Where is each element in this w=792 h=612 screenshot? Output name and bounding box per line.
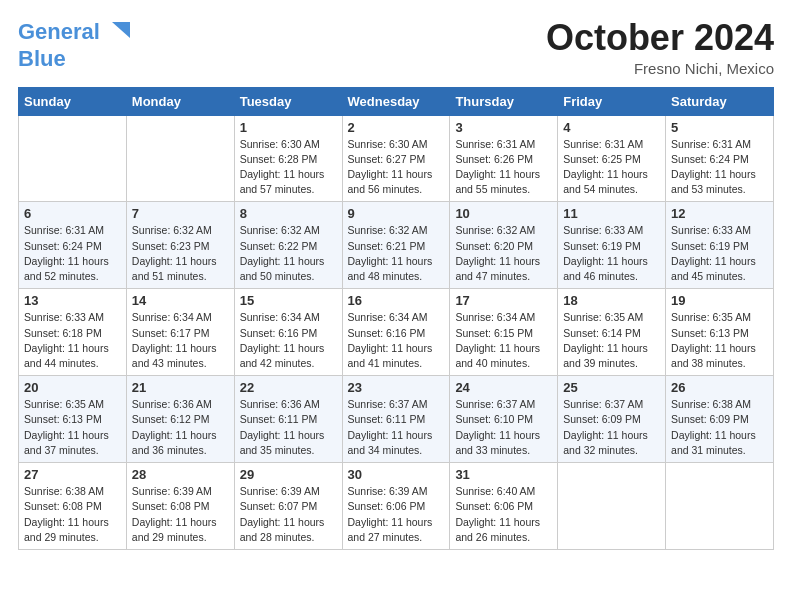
- calendar-cell: 23Sunrise: 6:37 AMSunset: 6:11 PMDayligh…: [342, 376, 450, 463]
- calendar-cell: [666, 463, 774, 550]
- location: Fresno Nichi, Mexico: [546, 60, 774, 77]
- day-info: Sunrise: 6:32 AMSunset: 6:22 PMDaylight:…: [240, 223, 337, 284]
- weekday-header-cell: Saturday: [666, 87, 774, 115]
- day-info: Sunrise: 6:39 AMSunset: 6:07 PMDaylight:…: [240, 484, 337, 545]
- day-info: Sunrise: 6:31 AMSunset: 6:25 PMDaylight:…: [563, 137, 660, 198]
- day-number: 20: [24, 380, 121, 395]
- weekday-header-cell: Monday: [126, 87, 234, 115]
- day-number: 16: [348, 293, 445, 308]
- day-number: 29: [240, 467, 337, 482]
- weekday-header-cell: Tuesday: [234, 87, 342, 115]
- day-number: 22: [240, 380, 337, 395]
- header: General Blue October 2024 Fresno Nichi, …: [18, 18, 774, 77]
- day-info: Sunrise: 6:30 AMSunset: 6:28 PMDaylight:…: [240, 137, 337, 198]
- calendar-cell: [19, 115, 127, 202]
- day-number: 28: [132, 467, 229, 482]
- weekday-header-cell: Friday: [558, 87, 666, 115]
- calendar-cell: 29Sunrise: 6:39 AMSunset: 6:07 PMDayligh…: [234, 463, 342, 550]
- day-info: Sunrise: 6:36 AMSunset: 6:12 PMDaylight:…: [132, 397, 229, 458]
- day-number: 8: [240, 206, 337, 221]
- calendar-cell: 11Sunrise: 6:33 AMSunset: 6:19 PMDayligh…: [558, 202, 666, 289]
- day-number: 25: [563, 380, 660, 395]
- calendar-cell: 14Sunrise: 6:34 AMSunset: 6:17 PMDayligh…: [126, 289, 234, 376]
- logo-text: General: [18, 20, 100, 44]
- calendar-cell: 4Sunrise: 6:31 AMSunset: 6:25 PMDaylight…: [558, 115, 666, 202]
- calendar-cell: 22Sunrise: 6:36 AMSunset: 6:11 PMDayligh…: [234, 376, 342, 463]
- calendar-table: SundayMondayTuesdayWednesdayThursdayFrid…: [18, 87, 774, 550]
- day-info: Sunrise: 6:31 AMSunset: 6:24 PMDaylight:…: [671, 137, 768, 198]
- day-number: 27: [24, 467, 121, 482]
- day-number: 31: [455, 467, 552, 482]
- day-number: 21: [132, 380, 229, 395]
- day-number: 13: [24, 293, 121, 308]
- calendar-cell: 26Sunrise: 6:38 AMSunset: 6:09 PMDayligh…: [666, 376, 774, 463]
- day-info: Sunrise: 6:35 AMSunset: 6:13 PMDaylight:…: [24, 397, 121, 458]
- day-number: 17: [455, 293, 552, 308]
- calendar-cell: 16Sunrise: 6:34 AMSunset: 6:16 PMDayligh…: [342, 289, 450, 376]
- calendar-cell: 13Sunrise: 6:33 AMSunset: 6:18 PMDayligh…: [19, 289, 127, 376]
- logo-blue: Blue: [18, 46, 66, 72]
- day-info: Sunrise: 6:35 AMSunset: 6:13 PMDaylight:…: [671, 310, 768, 371]
- day-number: 26: [671, 380, 768, 395]
- day-number: 4: [563, 120, 660, 135]
- calendar-cell: 24Sunrise: 6:37 AMSunset: 6:10 PMDayligh…: [450, 376, 558, 463]
- day-number: 12: [671, 206, 768, 221]
- calendar-week-row: 1Sunrise: 6:30 AMSunset: 6:28 PMDaylight…: [19, 115, 774, 202]
- day-number: 5: [671, 120, 768, 135]
- weekday-header-cell: Thursday: [450, 87, 558, 115]
- day-info: Sunrise: 6:37 AMSunset: 6:11 PMDaylight:…: [348, 397, 445, 458]
- calendar-cell: 5Sunrise: 6:31 AMSunset: 6:24 PMDaylight…: [666, 115, 774, 202]
- day-number: 2: [348, 120, 445, 135]
- day-info: Sunrise: 6:34 AMSunset: 6:16 PMDaylight:…: [348, 310, 445, 371]
- calendar-week-row: 6Sunrise: 6:31 AMSunset: 6:24 PMDaylight…: [19, 202, 774, 289]
- calendar-cell: 21Sunrise: 6:36 AMSunset: 6:12 PMDayligh…: [126, 376, 234, 463]
- calendar-cell: 25Sunrise: 6:37 AMSunset: 6:09 PMDayligh…: [558, 376, 666, 463]
- calendar-week-row: 13Sunrise: 6:33 AMSunset: 6:18 PMDayligh…: [19, 289, 774, 376]
- day-info: Sunrise: 6:31 AMSunset: 6:24 PMDaylight:…: [24, 223, 121, 284]
- day-info: Sunrise: 6:35 AMSunset: 6:14 PMDaylight:…: [563, 310, 660, 371]
- logo: General Blue: [18, 18, 130, 72]
- calendar-cell: 3Sunrise: 6:31 AMSunset: 6:26 PMDaylight…: [450, 115, 558, 202]
- weekday-header-row: SundayMondayTuesdayWednesdayThursdayFrid…: [19, 87, 774, 115]
- title-block: October 2024 Fresno Nichi, Mexico: [546, 18, 774, 77]
- calendar-cell: 7Sunrise: 6:32 AMSunset: 6:23 PMDaylight…: [126, 202, 234, 289]
- day-number: 24: [455, 380, 552, 395]
- day-info: Sunrise: 6:34 AMSunset: 6:15 PMDaylight:…: [455, 310, 552, 371]
- day-info: Sunrise: 6:40 AMSunset: 6:06 PMDaylight:…: [455, 484, 552, 545]
- day-info: Sunrise: 6:37 AMSunset: 6:10 PMDaylight:…: [455, 397, 552, 458]
- logo-icon: [102, 18, 130, 46]
- day-number: 11: [563, 206, 660, 221]
- day-info: Sunrise: 6:37 AMSunset: 6:09 PMDaylight:…: [563, 397, 660, 458]
- month-title: October 2024: [546, 18, 774, 58]
- day-number: 9: [348, 206, 445, 221]
- page: General Blue October 2024 Fresno Nichi, …: [0, 0, 792, 568]
- day-info: Sunrise: 6:32 AMSunset: 6:21 PMDaylight:…: [348, 223, 445, 284]
- day-number: 3: [455, 120, 552, 135]
- day-number: 15: [240, 293, 337, 308]
- calendar-week-row: 20Sunrise: 6:35 AMSunset: 6:13 PMDayligh…: [19, 376, 774, 463]
- day-number: 30: [348, 467, 445, 482]
- day-number: 10: [455, 206, 552, 221]
- day-number: 23: [348, 380, 445, 395]
- calendar-cell: 15Sunrise: 6:34 AMSunset: 6:16 PMDayligh…: [234, 289, 342, 376]
- day-info: Sunrise: 6:34 AMSunset: 6:16 PMDaylight:…: [240, 310, 337, 371]
- day-info: Sunrise: 6:33 AMSunset: 6:19 PMDaylight:…: [563, 223, 660, 284]
- calendar-cell: 9Sunrise: 6:32 AMSunset: 6:21 PMDaylight…: [342, 202, 450, 289]
- day-info: Sunrise: 6:38 AMSunset: 6:09 PMDaylight:…: [671, 397, 768, 458]
- day-number: 7: [132, 206, 229, 221]
- calendar-week-row: 27Sunrise: 6:38 AMSunset: 6:08 PMDayligh…: [19, 463, 774, 550]
- svg-marker-0: [112, 22, 130, 38]
- calendar-cell: 28Sunrise: 6:39 AMSunset: 6:08 PMDayligh…: [126, 463, 234, 550]
- calendar-body: 1Sunrise: 6:30 AMSunset: 6:28 PMDaylight…: [19, 115, 774, 549]
- calendar-cell: 2Sunrise: 6:30 AMSunset: 6:27 PMDaylight…: [342, 115, 450, 202]
- weekday-header-cell: Wednesday: [342, 87, 450, 115]
- calendar-cell: 20Sunrise: 6:35 AMSunset: 6:13 PMDayligh…: [19, 376, 127, 463]
- day-number: 14: [132, 293, 229, 308]
- calendar-cell: 30Sunrise: 6:39 AMSunset: 6:06 PMDayligh…: [342, 463, 450, 550]
- day-info: Sunrise: 6:33 AMSunset: 6:18 PMDaylight:…: [24, 310, 121, 371]
- day-info: Sunrise: 6:32 AMSunset: 6:23 PMDaylight:…: [132, 223, 229, 284]
- calendar-cell: 19Sunrise: 6:35 AMSunset: 6:13 PMDayligh…: [666, 289, 774, 376]
- calendar-cell: 31Sunrise: 6:40 AMSunset: 6:06 PMDayligh…: [450, 463, 558, 550]
- calendar-cell: 10Sunrise: 6:32 AMSunset: 6:20 PMDayligh…: [450, 202, 558, 289]
- calendar-cell: 18Sunrise: 6:35 AMSunset: 6:14 PMDayligh…: [558, 289, 666, 376]
